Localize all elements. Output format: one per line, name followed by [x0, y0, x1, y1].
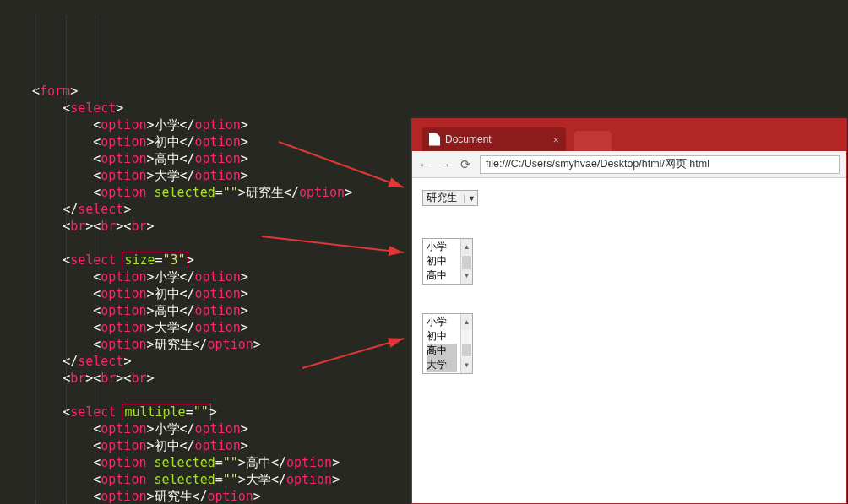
forward-icon[interactable]: → — [439, 159, 451, 171]
browser-tab[interactable]: Document × — [422, 127, 566, 151]
scroll-up-icon[interactable]: ▲ — [464, 240, 470, 254]
new-tab-button[interactable] — [574, 131, 612, 151]
close-icon[interactable]: × — [552, 133, 559, 146]
scroll-down-icon[interactable]: ▼ — [464, 268, 470, 283]
list-item[interactable]: 小学 — [427, 240, 457, 254]
select-value: 研究生 — [427, 191, 457, 205]
tab-title: Document — [445, 133, 492, 145]
list-item[interactable]: 小学 — [427, 315, 457, 329]
list-item[interactable]: 高中 — [427, 268, 457, 283]
highlight-multiple-attr: multiple="" — [122, 404, 210, 420]
scroll-down-icon[interactable]: ▼ — [464, 358, 470, 372]
browser-tabstrip: Document × — [412, 119, 846, 151]
page-viewport: 研究生 ▼ 小学 初中 高中 ▲ ▼ 小学 初中 高中 大学 — [412, 178, 846, 386]
highlight-size-attr: size="3" — [122, 252, 188, 268]
document-icon — [429, 133, 440, 146]
url-bar[interactable]: file:///C:/Users/smyhvae/Desktop/html/网页… — [480, 155, 840, 174]
scrollbar[interactable]: ▲ ▼ — [460, 239, 472, 284]
back-icon[interactable]: ← — [419, 159, 431, 171]
list-item[interactable]: 初中 — [427, 254, 457, 268]
select-listbox-size3[interactable]: 小学 初中 高中 ▲ ▼ — [422, 238, 473, 285]
browser-window: Document × ← → ⟳ file:///C:/Users/smyhva… — [411, 118, 847, 504]
reload-icon[interactable]: ⟳ — [459, 159, 471, 171]
chevron-down-icon: ▼ — [464, 194, 476, 203]
code-editor: <form> <select> <option>小学</option> <opt… — [0, 0, 414, 504]
browser-toolbar: ← → ⟳ file:///C:/Users/smyhvae/Desktop/h… — [412, 151, 846, 178]
list-item[interactable]: 大学 — [427, 358, 457, 372]
url-text: file:///C:/Users/smyhvae/Desktop/html/网页… — [486, 157, 709, 171]
list-item[interactable]: 高中 — [427, 344, 457, 358]
list-item[interactable]: 初中 — [427, 329, 457, 344]
scroll-up-icon[interactable]: ▲ — [464, 315, 470, 329]
select-dropdown[interactable]: 研究生 ▼ — [422, 190, 478, 206]
select-listbox-multiple[interactable]: 小学 初中 高中 大学 ▲ ▼ — [422, 313, 473, 374]
scrollbar[interactable]: ▲ ▼ — [460, 314, 472, 373]
